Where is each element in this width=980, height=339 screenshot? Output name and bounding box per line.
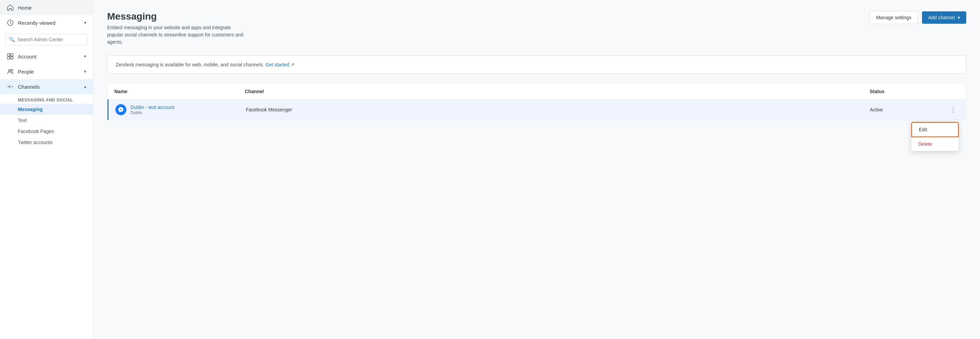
page-description: Embed messaging in your website and apps… bbox=[107, 24, 245, 46]
manage-settings-button[interactable]: Manage settings bbox=[869, 11, 918, 24]
svg-point-6 bbox=[11, 69, 13, 71]
main-content: Messaging Embed messaging in your websit… bbox=[94, 0, 980, 339]
sidebar-item-text[interactable]: Text bbox=[0, 115, 93, 126]
col-channel: Channel bbox=[245, 89, 870, 94]
home-icon bbox=[7, 4, 14, 11]
channel-sub-name: Dublin bbox=[130, 110, 175, 115]
info-banner: Zendesk messaging is available for web, … bbox=[107, 55, 966, 74]
table-row: Dublin - test account Dublin Facebook Me… bbox=[108, 99, 966, 120]
sidebar: Home Recently viewed ▾ 🔍 Account ▾ bbox=[0, 0, 94, 339]
delete-menu-item[interactable]: Delete bbox=[911, 137, 959, 151]
recently-viewed-label: Recently viewed bbox=[18, 20, 80, 26]
sidebar-item-facebook-pages[interactable]: Facebook Pages bbox=[0, 126, 93, 137]
sidebar-item-channels[interactable]: Channels ▴ bbox=[0, 79, 93, 94]
add-channel-button[interactable]: Add channel ▾ bbox=[922, 11, 966, 24]
sidebar-item-people[interactable]: People ▾ bbox=[0, 64, 93, 79]
channels-table: Name Channel Status Dublin - test accoun… bbox=[107, 83, 966, 120]
chevron-down-icon: ▾ bbox=[84, 54, 86, 59]
col-name: Name bbox=[115, 89, 245, 94]
search-icon: 🔍 bbox=[9, 37, 15, 42]
account-icon bbox=[7, 53, 14, 60]
external-link-icon: ↗ bbox=[291, 62, 294, 67]
col-actions bbox=[939, 89, 959, 94]
channel-name-cell: Dublin - test account Dublin bbox=[115, 104, 246, 115]
search-container: 🔍 bbox=[0, 30, 93, 49]
facebook-messenger-icon bbox=[115, 104, 126, 115]
dropdown-menu: Edit Delete bbox=[911, 122, 959, 151]
kebab-menu-button[interactable]: ⋮ bbox=[947, 104, 959, 115]
chevron-down-icon: ▾ bbox=[84, 69, 86, 74]
row-actions: ⋮ Edit Delete bbox=[939, 104, 959, 115]
page-title-block: Messaging Embed messaging in your websit… bbox=[107, 11, 245, 46]
channel-type: Facebook Messenger bbox=[246, 107, 870, 112]
chevron-down-icon: ▾ bbox=[958, 15, 960, 20]
channel-status: Active bbox=[870, 107, 939, 112]
svg-rect-4 bbox=[11, 57, 13, 59]
col-status: Status bbox=[870, 89, 939, 94]
header-actions: Manage settings Add channel ▾ bbox=[869, 11, 966, 24]
page-title: Messaging bbox=[107, 11, 245, 22]
chevron-down-icon: ▾ bbox=[84, 20, 86, 25]
page-header: Messaging Embed messaging in your websit… bbox=[107, 11, 966, 46]
svg-rect-3 bbox=[8, 57, 10, 59]
svg-rect-1 bbox=[8, 54, 10, 56]
sidebar-item-twitter-accounts[interactable]: Twitter accounts bbox=[0, 137, 93, 148]
svg-rect-2 bbox=[11, 54, 13, 56]
sidebar-item-home[interactable]: Home bbox=[0, 0, 93, 15]
table-header: Name Channel Status bbox=[108, 84, 966, 99]
people-label: People bbox=[18, 69, 80, 75]
messaging-social-section: Messaging and social bbox=[0, 94, 93, 104]
people-icon bbox=[7, 68, 14, 75]
account-label: Account bbox=[18, 54, 80, 59]
channel-name-text: Dublin - test account Dublin bbox=[130, 104, 175, 115]
svg-point-5 bbox=[9, 69, 11, 72]
get-started-link[interactable]: Get started bbox=[266, 62, 289, 67]
chevron-up-icon: ▴ bbox=[84, 84, 86, 89]
home-label: Home bbox=[18, 5, 86, 11]
channels-icon bbox=[7, 83, 14, 90]
sidebar-item-account[interactable]: Account ▾ bbox=[0, 49, 93, 64]
search-input[interactable] bbox=[5, 34, 88, 45]
info-text: Zendesk messaging is available for web, … bbox=[116, 62, 264, 67]
channel-name-link[interactable]: Dublin - test account bbox=[130, 104, 175, 110]
edit-menu-item[interactable]: Edit bbox=[911, 122, 959, 137]
add-channel-label: Add channel bbox=[928, 15, 955, 20]
channels-label: Channels bbox=[18, 84, 80, 90]
sidebar-item-recently-viewed[interactable]: Recently viewed ▾ bbox=[0, 15, 93, 30]
clock-icon bbox=[7, 19, 14, 26]
sidebar-item-messaging[interactable]: Messaging bbox=[0, 104, 93, 115]
